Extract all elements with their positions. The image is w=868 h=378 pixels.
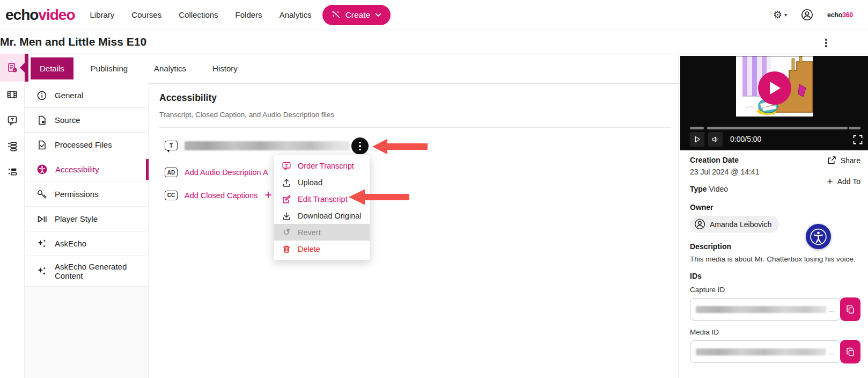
truncation-ellipsis: ...	[829, 306, 835, 314]
tab-publishing[interactable]: Publishing	[82, 57, 137, 79]
source-file-icon	[36, 115, 47, 126]
capture-id-group: ...	[690, 298, 860, 322]
add-to-button[interactable]: + Add To	[827, 176, 860, 186]
player-volume-button[interactable]	[708, 132, 723, 147]
transcript-options-button[interactable]	[351, 137, 369, 155]
media-id-label: Media ID	[690, 328, 860, 336]
accessibility-widget-button[interactable]	[806, 224, 831, 249]
ids-label: IDs	[690, 272, 860, 280]
add-closed-captions-plus-icon[interactable]: +	[264, 189, 271, 201]
video-player: 0:00/5:00	[680, 56, 868, 150]
add-audio-description-link[interactable]: Add Audio Description A	[185, 168, 268, 177]
person-icon	[801, 9, 813, 21]
media-metadata: Creation Date 23 Jul 2024 @ 14:41 Type V…	[690, 156, 860, 364]
tab-analytics[interactable]: Analytics	[145, 57, 195, 79]
primary-nav: Library Courses Collections Folders Anal…	[90, 10, 312, 19]
progress-segment[interactable]	[849, 127, 860, 129]
add-to-label: Add To	[837, 177, 860, 186]
menu-item-processed-files[interactable]: Processed Files	[25, 133, 149, 157]
page-more-options-button[interactable]	[822, 38, 830, 48]
description-text: This media is about Mr. Chatterbox losin…	[690, 255, 860, 263]
rail-media-button[interactable]	[0, 82, 24, 107]
menu-download-original[interactable]: Download Original	[274, 207, 370, 224]
menu-item-askecho[interactable]: AskEcho	[25, 231, 149, 256]
nav-courses[interactable]: Courses	[131, 10, 161, 19]
progress-bar[interactable]	[707, 127, 848, 129]
menu-item-accessibility[interactable]: Accessibility	[25, 157, 149, 182]
plus-icon: +	[827, 176, 833, 186]
nav-collections[interactable]: Collections	[179, 10, 218, 19]
media-details-panel: 0:00/5:00 Creation Date 23 Jul 2024 @ 14…	[679, 54, 868, 378]
player-time: 0:00/5:00	[730, 135, 761, 143]
rail-chapters-button[interactable]	[0, 133, 24, 159]
echovideo-logo[interactable]: echovideo	[5, 6, 75, 24]
capture-id-field[interactable]: ...	[690, 298, 841, 321]
person-icon	[694, 219, 705, 230]
brand-360: 360	[842, 11, 853, 19]
transcript-row: T	[165, 141, 350, 150]
tab-history[interactable]: History	[203, 57, 247, 79]
film-strip-icon	[6, 89, 18, 100]
download-icon	[282, 211, 291, 221]
owner-chip[interactable]: Amanda Leibovich	[690, 216, 779, 232]
menu-item-label: Edit Transcript	[298, 195, 348, 203]
progress-segment[interactable]	[690, 127, 704, 129]
pointer-arrow-options	[372, 139, 428, 155]
caret-down-icon: ▾	[784, 12, 787, 18]
page-title: Mr. Men and Little Miss E10	[0, 35, 146, 48]
play-outline-icon	[693, 134, 701, 144]
play-icon	[768, 81, 782, 96]
media-id-field[interactable]: ...	[690, 340, 841, 363]
menu-item-general[interactable]: General	[25, 83, 149, 108]
creation-date-value: 23 Jul 2024 @ 14:41	[690, 168, 759, 176]
processed-file-icon	[36, 140, 47, 150]
add-closed-captions-link[interactable]: Add Closed Captions	[185, 191, 258, 200]
account-button[interactable]	[801, 9, 813, 21]
copy-capture-id-button[interactable]	[840, 297, 860, 321]
magic-wand-icon	[332, 10, 341, 19]
menu-item-source[interactable]: Source	[25, 108, 149, 133]
media-id-group: ...	[690, 340, 860, 364]
nav-analytics[interactable]: Analytics	[279, 10, 312, 19]
nav-library[interactable]: Library	[90, 10, 115, 19]
play-overlay-button[interactable]	[758, 71, 791, 105]
player-play-button[interactable]	[690, 132, 704, 147]
menu-order-transcript[interactable]: T Order Transcript	[274, 157, 370, 174]
fullscreen-icon	[852, 134, 864, 146]
create-button[interactable]: Create	[322, 5, 391, 25]
menu-item-askecho-generated-content[interactable]: AskEcho Generated Content	[25, 256, 149, 287]
volume-icon	[711, 134, 719, 144]
closed-captions-badge-icon: CC	[165, 191, 178, 200]
copy-icon	[846, 347, 855, 357]
truncation-ellipsis: ...	[829, 348, 835, 356]
menu-label: Permissions	[55, 190, 99, 199]
menu-delete[interactable]: Delete	[274, 241, 370, 257]
side-menu-filler	[25, 287, 149, 378]
add-audio-description-row: AD Add Audio Description A	[165, 168, 268, 177]
details-side-menu: General Source Processed Files Accessibi…	[25, 83, 149, 378]
menu-upload[interactable]: Upload	[274, 174, 370, 191]
nav-folders[interactable]: Folders	[236, 10, 262, 19]
menu-item-player-style[interactable]: Player Style	[25, 207, 149, 231]
list-icon	[7, 141, 18, 151]
rail-transcript-button[interactable]: T	[0, 107, 24, 133]
info-icon	[36, 90, 47, 101]
transcript-bubble-icon: T	[7, 115, 18, 126]
description-label: Description	[690, 242, 860, 251]
transcript-badge-icon: T	[165, 141, 178, 150]
menu-revert: ↺ Revert	[274, 224, 370, 241]
media-title-bar: Mr. Men and Little Miss E10	[0, 30, 868, 54]
menu-item-label: Download Original	[298, 212, 361, 220]
rail-index-button[interactable]	[0, 159, 24, 185]
tab-details[interactable]: Details	[31, 57, 73, 79]
settings-menu-button[interactable]: ⚙ ▾	[773, 10, 787, 20]
pointer-arrow-edit-transcript	[349, 189, 409, 205]
copy-media-id-button[interactable]	[840, 340, 860, 364]
brand-echo: echo	[827, 11, 842, 19]
key-icon	[36, 189, 47, 200]
fullscreen-button[interactable]	[849, 133, 862, 146]
share-button[interactable]: Share	[827, 156, 860, 165]
svg-text:T: T	[285, 163, 288, 168]
menu-item-permissions[interactable]: Permissions	[25, 182, 149, 207]
menu-item-label: Upload	[298, 178, 322, 187]
